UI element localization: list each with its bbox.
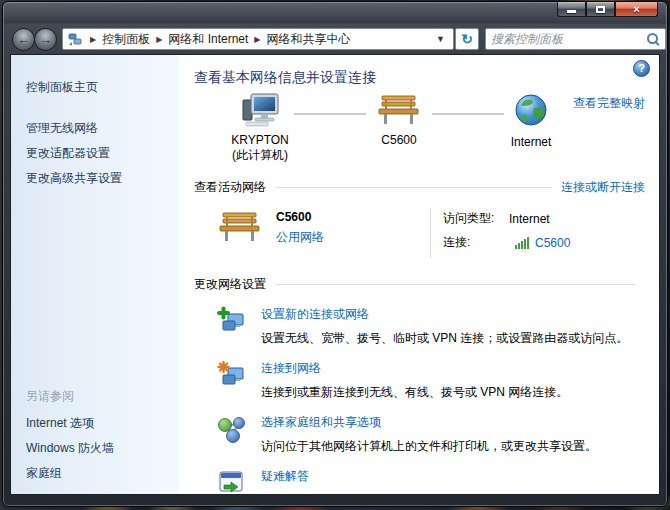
active-networks-title: 查看活动网络 [194, 179, 266, 196]
sidebar-item-advanced-sharing[interactable]: 更改高级共享设置 [11, 166, 179, 191]
breadcrumb-separator-icon[interactable]: ▶ [150, 35, 168, 44]
sidebar-item-manage-wireless[interactable]: 管理无线网络 [11, 116, 179, 141]
network-address-icon [68, 33, 82, 46]
active-network-names: C5600 公用网络 [276, 208, 324, 258]
window-body: 控制面板主页 管理无线网络 更改适配器设置 更改高级共享设置 另请参阅 Inte… [10, 54, 660, 495]
task-homegroup: 选择家庭组和共享选项 访问位于其他网络计算机上的文件和打印机，或更改共享设置。 [216, 414, 645, 455]
title-bar[interactable]: × [3, 2, 667, 24]
troubleshoot-link[interactable]: 疑难解答 [261, 468, 309, 485]
connect-disconnect-link[interactable]: 连接或断开连接 [561, 179, 645, 196]
bench-icon [218, 210, 262, 244]
task-connect-network: 连接到网络 连接到或重新连接到无线、有线、拨号或 VPN 网络连接。 [216, 360, 645, 401]
task-description: 诊断并修复网络问题，或获得故障排除信息。 [261, 492, 501, 494]
sidebar: 控制面板主页 管理无线网络 更改适配器设置 更改高级共享设置 另请参阅 Inte… [11, 55, 179, 494]
view-full-map-link[interactable]: 查看完整映射 [573, 95, 645, 112]
breadcrumb-control-panel[interactable]: 控制面板 [102, 31, 150, 48]
settings-section-header: 更改网络设置 [194, 276, 645, 293]
minimize-icon [567, 10, 576, 13]
access-type-label: 访问类型: [443, 210, 509, 227]
task-troubleshoot: 疑难解答 诊断并修复网络问题，或获得故障排除信息。 [216, 468, 645, 494]
main-panel: ? 查看基本网络信息并设置连接 [179, 55, 659, 494]
breadcrumb-dropdown-icon[interactable]: ▼ [431, 34, 450, 44]
help-button[interactable]: ? [633, 60, 650, 77]
breadcrumb-network-sharing-center[interactable]: 网络和共享中心 [267, 31, 351, 48]
task-text: 选择家庭组和共享选项 访问位于其他网络计算机上的文件和打印机，或更改共享设置。 [261, 414, 597, 455]
forward-icon: → [39, 32, 52, 47]
active-networks-header: 查看活动网络 连接或断开连接 [194, 179, 645, 196]
computer-icon [238, 93, 282, 127]
see-also-header: 另请参阅 [11, 384, 179, 411]
map-computer-name: KRYPTON [212, 133, 308, 147]
new-connection-icon[interactable] [216, 306, 246, 336]
breadcrumb-separator-icon[interactable]: ▶ [248, 35, 266, 44]
task-new-connection: 设置新的连接或网络 设置无线、宽带、拨号、临时或 VPN 连接；或设置路由器或访… [216, 306, 645, 347]
access-type-row: 访问类型: Internet [443, 210, 570, 227]
bench-icon [377, 93, 421, 127]
sidebar-item-change-adapter[interactable]: 更改适配器设置 [11, 141, 179, 166]
map-node-computer[interactable]: KRYPTON (此计算机) [212, 93, 308, 164]
sidebar-gap [11, 100, 179, 116]
map-node-network[interactable]: C5600 [354, 93, 444, 147]
sidebar-item-homegroup[interactable]: 家庭组 [11, 461, 179, 486]
active-network-name: C5600 [276, 210, 324, 224]
address-toolbar: ← → ▶ 控制面板 ▶ 网络和 Internet ▶ 网络和共享中心 ▼ ↻ [3, 24, 667, 54]
help-icon: ? [638, 62, 645, 74]
search-input[interactable] [491, 32, 646, 46]
sidebar-see-also: 另请参阅 Internet 选项 Windows 防火墙 家庭组 [11, 384, 179, 486]
section-divider [275, 284, 636, 285]
refresh-icon: ↻ [461, 31, 473, 47]
task-description: 设置无线、宽带、拨号、临时或 VPN 连接；或设置路由器或访问点。 [261, 330, 628, 347]
task-text: 连接到网络 连接到或重新连接到无线、有线、拨号或 VPN 网络连接。 [261, 360, 568, 401]
settings-section-title: 更改网络设置 [194, 276, 266, 293]
page-title: 查看基本网络信息并设置连接 [194, 69, 645, 87]
map-network-name: C5600 [354, 133, 444, 147]
sidebar-item-windows-firewall[interactable]: Windows 防火墙 [11, 436, 179, 461]
connections-label: 连接: [443, 234, 509, 251]
map-node-internet[interactable]: Internet [486, 93, 576, 149]
map-internet-label: Internet [486, 135, 576, 149]
active-network-box: C5600 公用网络 访问类型: Internet 连接: [194, 196, 645, 268]
task-description: 连接到或重新连接到无线、有线、拨号或 VPN 网络连接。 [261, 384, 568, 401]
connection-link[interactable]: C5600 [535, 236, 570, 250]
search-box[interactable] [485, 28, 666, 50]
sidebar-item-internet-options[interactable]: Internet 选项 [11, 411, 179, 436]
active-network-details: 访问类型: Internet 连接: C5600 [443, 208, 570, 258]
troubleshoot-icon[interactable] [216, 468, 246, 494]
search-icon[interactable] [646, 32, 660, 46]
task-description: 访问位于其他网络计算机上的文件和打印机，或更改共享设置。 [261, 438, 597, 455]
refresh-button[interactable]: ↻ [455, 28, 479, 50]
back-button[interactable]: ← [12, 28, 35, 51]
close-icon: × [633, 3, 639, 15]
setup-new-connection-link[interactable]: 设置新的连接或网络 [261, 306, 369, 323]
breadcrumb-separator-icon: ▶ [84, 35, 102, 44]
network-type-link[interactable]: 公用网络 [276, 230, 324, 244]
maximize-button[interactable] [586, 2, 615, 17]
forward-button[interactable]: → [34, 28, 57, 51]
globe-icon [513, 93, 549, 129]
maximize-icon [596, 6, 605, 13]
network-map: KRYPTON (此计算机) [194, 93, 645, 171]
close-button[interactable]: × [615, 2, 658, 17]
wireless-signal-icon [515, 237, 530, 249]
breadcrumb[interactable]: ▶ 控制面板 ▶ 网络和 Internet ▶ 网络和共享中心 ▼ [62, 28, 454, 50]
choose-homegroup-link[interactable]: 选择家庭组和共享选项 [261, 414, 381, 431]
task-text: 设置新的连接或网络 设置无线、宽带、拨号、临时或 VPN 连接；或设置路由器或访… [261, 306, 628, 347]
map-computer-sublabel: (此计算机) [212, 147, 308, 164]
homegroup-icon[interactable] [216, 414, 246, 444]
minimize-button[interactable] [557, 2, 586, 17]
caption-buttons: × [557, 2, 658, 17]
access-type-value: Internet [509, 212, 550, 226]
connections-row: 连接: C5600 [443, 234, 570, 251]
section-divider [275, 187, 552, 188]
desktop: × ← → ▶ 控制面板 ▶ 网络和 Internet ▶ 网络和共享中心 ▼ [0, 0, 670, 510]
vertical-divider [430, 208, 431, 258]
breadcrumb-network-internet[interactable]: 网络和 Internet [168, 31, 248, 48]
back-icon: ← [17, 32, 30, 47]
connect-network-icon[interactable] [216, 360, 246, 390]
sidebar-item-control-panel-home[interactable]: 控制面板主页 [11, 75, 179, 100]
network-sharing-center-window: × ← → ▶ 控制面板 ▶ 网络和 Internet ▶ 网络和共享中心 ▼ [2, 1, 668, 507]
connect-to-network-link[interactable]: 连接到网络 [261, 360, 321, 377]
task-text: 疑难解答 诊断并修复网络问题，或获得故障排除信息。 [261, 468, 501, 494]
active-network-identity: C5600 公用网络 [218, 208, 430, 258]
